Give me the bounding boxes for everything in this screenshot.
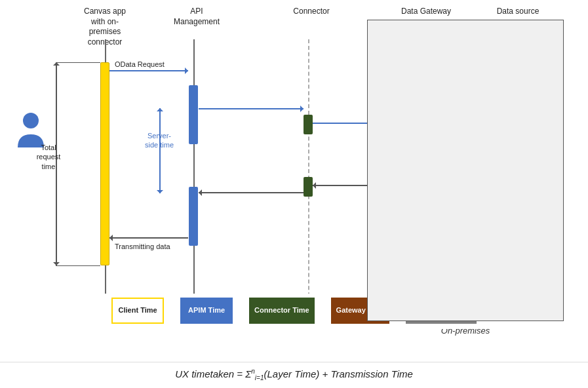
- total-req-bot-line: [56, 265, 100, 266]
- legend-connector: Connector Time: [249, 298, 315, 324]
- legend-box-apim: APIM Time: [180, 298, 233, 324]
- label-total-request: Totalrequesttime: [35, 143, 62, 171]
- header-connector: Connector: [285, 7, 338, 17]
- main-container: Canvas appwith on-premisesconnector API …: [0, 0, 588, 388]
- connector-time-block-1: [304, 115, 313, 134]
- formula-text: UX timetaken = Σni=1(Layer Time) + Trans…: [175, 368, 413, 379]
- arrow-apim-connector: [199, 108, 304, 109]
- legend-box-client: Client Time: [111, 298, 164, 324]
- vline-apim: [193, 39, 195, 309]
- header-data-source: Data source: [492, 7, 544, 17]
- header-data-gateway: Data Gateway: [400, 7, 452, 17]
- legend-apim: APIM Time: [180, 298, 233, 324]
- diagram-area: Canvas appwith on-premisesconnector API …: [0, 0, 588, 362]
- label-server-side-time: Server-side time: [143, 131, 176, 150]
- svg-point-0: [23, 113, 39, 128]
- onprem-box: [367, 20, 564, 321]
- arrow-return-connector-apim: [199, 192, 304, 193]
- arrow-odata-req: [109, 70, 188, 71]
- header-api-management: API Management: [167, 7, 226, 27]
- label-odata-request: OData Request: [115, 60, 165, 68]
- total-req-top-line: [56, 62, 100, 63]
- legend-client: Client Time: [111, 298, 164, 324]
- arrow-return-apim-client: [109, 237, 188, 239]
- legend-box-connector: Connector Time: [249, 298, 315, 324]
- formula-row: UX timetaken = Σni=1(Layer Time) + Trans…: [0, 362, 588, 388]
- server-side-time-line: [159, 108, 161, 193]
- apim-time-block-1: [189, 85, 198, 144]
- label-transmitting-data: Transmitting data: [115, 242, 170, 250]
- vline-connector: [308, 39, 309, 309]
